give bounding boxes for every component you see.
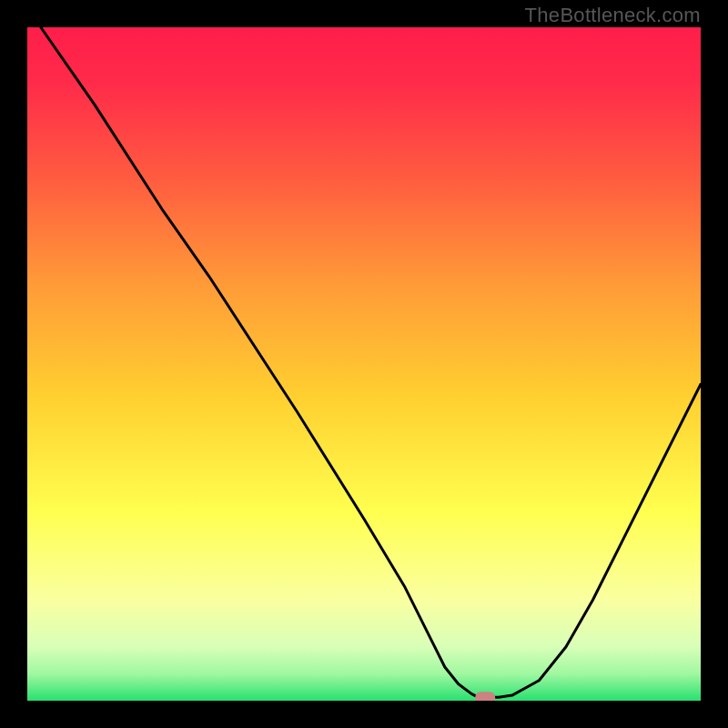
marker-pill [475, 692, 495, 701]
gradient-background [27, 27, 701, 701]
chart-container: TheBottleneck.com [0, 0, 728, 728]
chart-svg [27, 27, 701, 701]
plot-area [27, 27, 701, 701]
watermark-text: TheBottleneck.com [525, 4, 701, 27]
